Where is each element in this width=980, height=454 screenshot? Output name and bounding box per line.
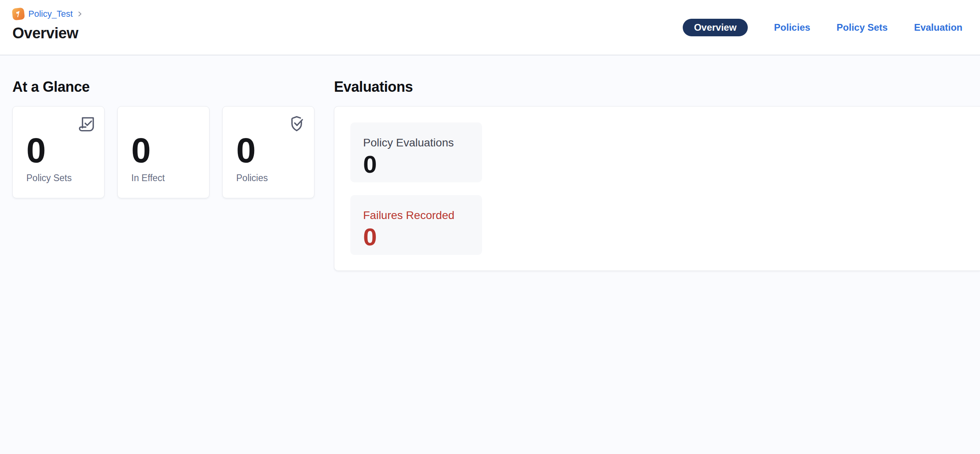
policy-sets-count: 0	[26, 136, 98, 165]
stat-card-content: 0 Policy Sets	[26, 136, 98, 184]
policies-label: Policies	[236, 173, 308, 184]
header-title-block: Policy_Test Overview	[12, 0, 83, 55]
tab-policies[interactable]: Policies	[774, 22, 810, 33]
breadcrumb: Policy_Test	[12, 7, 83, 21]
chevron-right-icon	[77, 11, 83, 17]
policy-evaluations-label: Policy Evaluations	[363, 137, 469, 148]
page-header: Policy_Test Overview Overview Policies P…	[0, 0, 980, 55]
policy-evaluations-count: 0	[363, 154, 469, 175]
policy-evaluations-tile: Policy Evaluations 0	[350, 122, 482, 182]
stat-card-policy-sets: 0 Policy Sets	[12, 106, 105, 198]
stat-card-content: 0 In Effect	[131, 136, 203, 184]
tab-overview[interactable]: Overview	[683, 19, 748, 36]
page-title: Overview	[12, 25, 83, 42]
policy-sets-label: Policy Sets	[26, 173, 98, 184]
at-a-glance-section: At a Glance 0 Policy Sets 0 In Effect	[12, 78, 314, 198]
at-a-glance-heading: At a Glance	[12, 78, 314, 95]
policies-count: 0	[236, 136, 308, 165]
stat-card-policies: 0 Policies	[222, 106, 314, 198]
main-content: At a Glance 0 Policy Sets 0 In Effect	[0, 55, 980, 271]
stat-card-content: 0 Policies	[236, 136, 308, 184]
failures-recorded-label: Failures Recorded	[363, 210, 469, 221]
failures-recorded-tile: Failures Recorded 0	[350, 195, 482, 255]
in-effect-label: In Effect	[131, 173, 203, 184]
stat-card-in-effect: 0 In Effect	[117, 106, 209, 198]
failures-recorded-count: 0	[363, 227, 469, 247]
breadcrumb-project-link[interactable]: Policy_Test	[28, 9, 73, 19]
scroll-check-icon	[77, 114, 96, 133]
tab-evaluation[interactable]: Evaluation	[914, 22, 962, 33]
tab-policy-sets[interactable]: Policy Sets	[837, 22, 888, 33]
policy-app-icon	[12, 8, 25, 21]
evaluations-heading: Evaluations	[334, 78, 980, 95]
top-navigation: Overview Policies Policy Sets Evaluation	[683, 0, 962, 55]
evaluations-card: Policy Evaluations 0 Failures Recorded 0	[334, 106, 980, 271]
flag-icon	[14, 9, 23, 19]
evaluations-section: Evaluations Policy Evaluations 0 Failure…	[334, 78, 980, 271]
in-effect-count: 0	[131, 136, 203, 165]
glance-card-row: 0 Policy Sets 0 In Effect 0	[12, 106, 314, 198]
shield-check-icon	[287, 114, 306, 133]
